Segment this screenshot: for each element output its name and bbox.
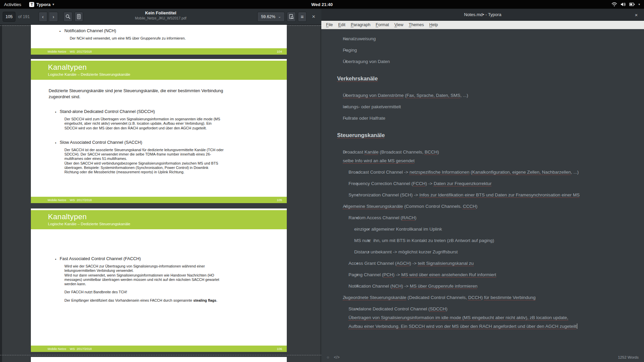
menu-item-view[interactable]: View <box>392 22 406 27</box>
text-segment: ) -> <box>401 284 410 289</box>
notes-list-item[interactable]: Allgemeine Steuerungskanäle (Common Cont… <box>337 202 635 211</box>
slide-header: Kanaltypen Logische Kanäle – Dedizierte … <box>31 61 287 80</box>
page-view-options-button[interactable] <box>287 12 296 22</box>
notes-list-item[interactable]: Broadcast Control Channel -> netzspezifi… <box>337 168 635 177</box>
notes-list-item[interactable]: Paging <box>337 46 635 55</box>
text-segment: selbe Info wird an alle MS gesendet <box>343 158 415 163</box>
bullet-item: Slow Associated Control Channel (SACCH) … <box>49 140 273 175</box>
text-segment: CCCH <box>463 204 476 209</box>
document-title-block: Kein Folientitel Mobile_Netze_JKU_WS2017… <box>135 10 186 20</box>
source-mode-toggle[interactable]: </> <box>334 355 339 360</box>
next-page-button[interactable]: › <box>49 12 58 22</box>
text-segment: Access Grant Channel ( <box>348 261 396 266</box>
text-segment: einziger allgemeiner Kontrollkanal im Up… <box>354 227 442 232</box>
notes-list-item[interactable]: Distanz unbekannt -> möglichst kurzer Zu… <box>337 248 635 256</box>
markdown-editor[interactable]: KanalzuweisungPagingÜbertragung von Date… <box>321 29 644 353</box>
notes-list-item[interactable]: Übertragung von Datenströme (Fax, Sprach… <box>337 91 635 100</box>
text-segment: Notification Channel ( <box>348 284 392 289</box>
text-segment: Distanz unbekannt -> möglichst kurzer Zu… <box>354 249 458 254</box>
bullet-item: Stand-alone Dedicated Control Channel (S… <box>49 109 273 130</box>
footer-page-number: 106 <box>277 346 282 352</box>
notes-list-item[interactable]: Random Access Channel (RACH) <box>337 214 635 222</box>
pdf-content-area[interactable]: Notification Channel (NCH) Der NCH wird … <box>0 25 321 362</box>
notes-list-item[interactable]: Paging Channel (PCH) -> MS wird über ein… <box>337 270 635 279</box>
text-segment: AGCH <box>396 261 410 266</box>
volume-icon <box>621 2 626 7</box>
menu-button[interactable]: ≡ <box>298 12 307 22</box>
text-segment: ) <box>437 149 439 155</box>
pdf-close-button[interactable]: × <box>309 12 319 22</box>
notes-list-item[interactable]: Frequency Correction Channel (FCCH) -> D… <box>337 179 635 188</box>
text-segment: netzspezifische Informationen <box>410 170 470 175</box>
bullet-body: Der NCH wird verwendet, um eine MS über … <box>70 36 287 41</box>
slide-header: Kanaltypen Logische Kanäle – Dedizierte … <box>31 210 287 229</box>
pdf-viewer-window: 105 of 191 ‹ › Kein Folientitel Mobile_N… <box>0 9 321 362</box>
typora-menubar: FileEditParagraphFormatViewThemesHelp <box>321 21 644 29</box>
notes-list-item[interactable]: Kanalzuweisung <box>337 35 635 43</box>
slide-footer: Mobile Netze WS 2017/2018 105 <box>31 197 287 203</box>
menu-item-paragraph[interactable]: Paragraph <box>348 22 373 27</box>
search-button[interactable] <box>63 12 72 22</box>
notes-list-item[interactable]: einziger allgemeiner Kontrollkanal im Up… <box>337 225 635 234</box>
page-number-input[interactable]: 105 <box>3 12 15 22</box>
app-menu-label: Typora <box>36 2 50 7</box>
text-segment: Infos zur Identifikation einer BTS und D… <box>419 192 580 197</box>
bullet-label: Stand-alone Dedicated Control Channel (S… <box>60 109 273 114</box>
menu-item-file[interactable]: File <box>323 22 335 27</box>
notes-list-item[interactable]: Übertragung von Daten <box>337 57 635 66</box>
text-segment: ) <box>415 215 417 220</box>
bullet-label: Notification Channel (NCH) <box>64 28 287 34</box>
menu-item-format[interactable]: Format <box>373 22 392 27</box>
previous-page-button[interactable]: ‹ <box>39 12 47 22</box>
footer-course-label: Mobile Netze WS 2017/2018 <box>48 346 92 352</box>
close-icon: × <box>635 12 638 18</box>
app-menu[interactable]: T Typora ▾ <box>25 0 58 9</box>
notes-heading[interactable]: Verkehrskanäle <box>337 74 635 83</box>
typora-titlebar[interactable]: Notes.md• - Typora × <box>321 9 644 21</box>
text-segment: leitungs- oder paketvermittelt <box>343 104 401 109</box>
clock[interactable]: Wed 21:40 <box>0 2 644 7</box>
text-segment: Steuerungskanäle <box>337 132 385 138</box>
text-segment: Übertragen von Signalisierungsinformatio… <box>348 315 568 320</box>
typora-close-button[interactable]: × <box>632 9 641 21</box>
menu-item-edit[interactable]: Edit <box>335 22 348 27</box>
sidebar-toggle-button[interactable] <box>74 12 83 22</box>
hamburger-icon: ≡ <box>301 14 304 19</box>
text-segment: Daten zur Frequenzkorrektur <box>434 181 492 186</box>
document-title: Kein Folientitel <box>135 10 186 16</box>
notes-heading[interactable]: Steuerungskanäle <box>337 130 635 140</box>
text-segment: PCH <box>383 272 393 277</box>
thumbnails-icon <box>76 14 81 19</box>
bullet-label: Fast Associated Control Channel (FACCH) <box>60 256 273 261</box>
notes-list-item[interactable]: Broadcast Kanäle (Broadcast Channels, BC… <box>337 148 635 165</box>
text-segment: Standalone Dedicated Control Channel ( <box>348 306 430 311</box>
notes-list-item[interactable]: Zugeordnete Steuerungskanäle (Dedicated … <box>337 293 635 302</box>
page-separator <box>0 355 321 355</box>
notes-list-item[interactable]: leitungs- oder paketvermittelt <box>337 103 635 111</box>
gnome-top-bar: Activities T Typora ▾ Wed 21:40 <box>0 0 644 9</box>
text-segment: teilt Signalisierungskanal zu <box>418 261 474 266</box>
text-segment: ) -> <box>410 261 418 266</box>
text-segment: Übertragung von Daten <box>343 59 390 64</box>
document-subtitle: Mobile_Netze_JKU_WS2017.pdf <box>135 16 186 20</box>
notes-list-item[interactable]: Fullrate oder Halfrate <box>337 114 635 123</box>
bullet-body: Wird wie der SACCH zur Übertragung von S… <box>64 264 273 286</box>
battery-icon <box>629 2 635 7</box>
text-segment: (Broadcast Channels, <box>379 149 425 155</box>
menu-item-help[interactable]: Help <box>427 22 441 27</box>
notes-list-item[interactable]: Access Grant Channel (AGCH) -> teilt Sig… <box>337 259 635 268</box>
text-segment: (Common Control Channels. <box>403 204 463 209</box>
notes-list-item[interactable]: Standalone Dedicated Control Channel (SD… <box>337 305 635 331</box>
activities-button[interactable]: Activities <box>0 0 25 9</box>
menu-item-themes[interactable]: Themes <box>406 22 427 27</box>
live-preview-toggle[interactable]: ○ <box>327 355 329 360</box>
text-segment: (Dedicated Control Channels, <box>406 295 468 300</box>
word-count[interactable]: 1252 Words <box>618 355 639 359</box>
notes-list-item[interactable]: Synchronization Channel (SCH) -> Infos z… <box>337 191 635 199</box>
notes-list-item[interactable]: MS nutz ihn, um mit BTS in Kontakt zu tr… <box>337 236 635 245</box>
zoom-level-value: 59.62% <box>261 14 275 19</box>
text-segment: ) <box>446 306 447 311</box>
system-tray[interactable]: ▾ <box>607 0 644 9</box>
zoom-level-dropdown[interactable]: 59.62% ⌄ <box>257 12 285 22</box>
notes-list-item[interactable]: Notification Channel (NCH) -> MS über Gr… <box>337 282 635 291</box>
